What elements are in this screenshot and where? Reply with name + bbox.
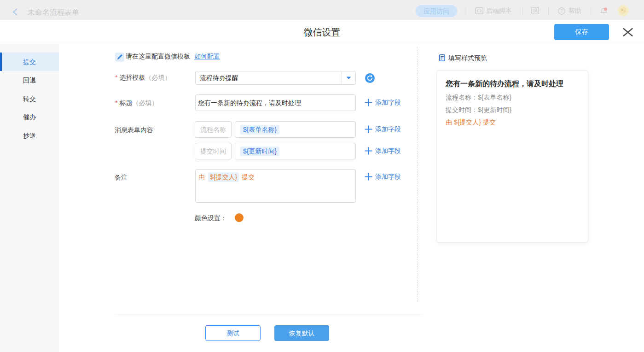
svg-text:?: ?: [560, 9, 563, 14]
